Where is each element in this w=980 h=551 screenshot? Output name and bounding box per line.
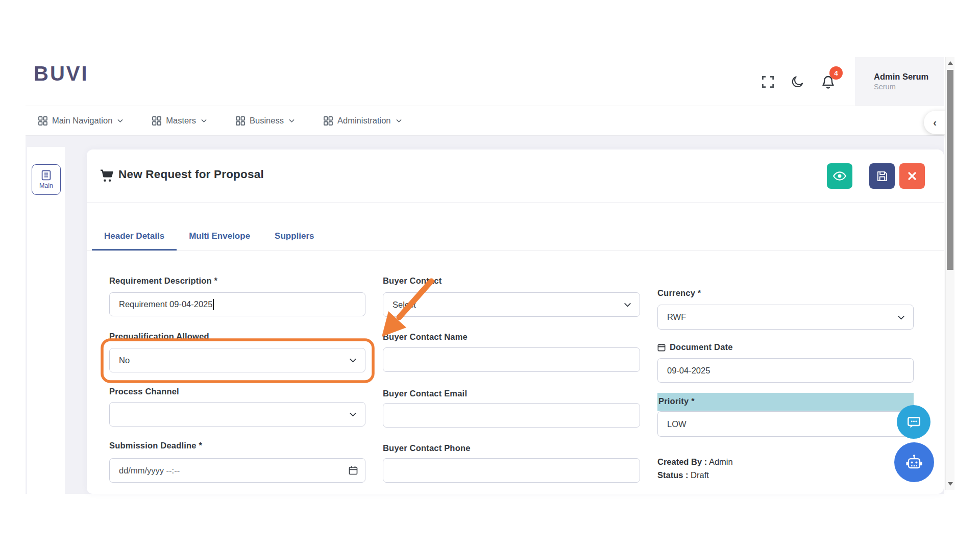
nav-label: Masters (166, 116, 196, 126)
notifications-button[interactable]: 4 (819, 73, 837, 91)
tabs-divider (87, 251, 944, 251)
prequalification-allowed-select[interactable]: No (109, 348, 365, 372)
prequalification-allowed-value: No (119, 356, 130, 365)
created-by-text: Created By : Admin (657, 457, 733, 467)
buyer-contact-label: Buyer Contact (383, 276, 442, 286)
priority-label: Priority * (658, 396, 695, 406)
requirement-description-value: Requirement 09-04-2025 (119, 299, 212, 309)
nav-administration[interactable]: Administration (324, 116, 402, 126)
grid-icon (236, 116, 245, 126)
document-date-value: 09-04-2025 (667, 366, 710, 375)
requirement-description-input[interactable]: Requirement 09-04-2025 (109, 292, 365, 316)
priority-select[interactable]: LOW (657, 411, 914, 437)
chevron-down-icon (349, 410, 357, 419)
chevron-down-icon (396, 117, 402, 124)
left-sidebar (27, 147, 65, 494)
nav-main-navigation[interactable]: Main Navigation (38, 116, 124, 126)
tab-multi-envelope[interactable]: Multi Envelope (177, 223, 262, 251)
process-channel-label: Process Channel (109, 387, 179, 396)
priority-highlight-band (657, 393, 914, 411)
chevron-down-icon (897, 313, 905, 321)
document-icon (41, 170, 52, 181)
nav-label: Business (250, 116, 284, 126)
user-menu[interactable]: Admin Serum Serum (855, 57, 944, 106)
submission-deadline-label: Submission Deadline * (109, 441, 202, 450)
fullscreen-button[interactable] (759, 73, 776, 90)
buyer-contact-email-input[interactable] (383, 403, 640, 428)
buyer-contact-phone-label: Buyer Contact Phone (383, 443, 471, 453)
eye-icon (833, 171, 846, 181)
buyer-contact-value: Select (393, 300, 416, 310)
chat-icon (905, 414, 922, 430)
robot-assistant-button[interactable] (894, 442, 934, 482)
prequalification-allowed-label: Prequalification Allowed (109, 332, 209, 341)
robot-icon (904, 452, 924, 472)
notification-count-badge: 4 (829, 66, 843, 80)
save-button[interactable] (869, 163, 895, 189)
sidebar-item-label: Main (39, 182, 53, 189)
submission-deadline-input[interactable]: dd/mm/yyyy --:-- (109, 458, 365, 483)
buyer-contact-name-label: Buyer Contact Name (383, 332, 468, 342)
scrollbar (945, 57, 954, 490)
rfp-card: New Request for Proposal Header Details … (87, 149, 944, 494)
buyer-contact-phone-input[interactable] (383, 458, 640, 483)
tab-suppliers[interactable]: Suppliers (262, 223, 326, 251)
app-logo: BUVI (34, 62, 89, 85)
scrollbar-up-arrow[interactable] (948, 61, 953, 65)
save-icon (876, 170, 888, 182)
tab-bar: Header Details Multi Envelope Suppliers (92, 223, 327, 251)
scrollbar-down-arrow[interactable] (948, 482, 953, 486)
dark-mode-button[interactable] (789, 73, 806, 90)
buyer-contact-name-input[interactable] (383, 347, 640, 372)
chevron-down-icon (117, 117, 124, 124)
nav-masters[interactable]: Masters (152, 116, 207, 126)
page-title: New Request for Proposal (118, 168, 264, 181)
calendar-picker-icon[interactable] (349, 466, 358, 475)
preview-button[interactable] (827, 163, 852, 189)
currency-select[interactable]: RWF (657, 305, 914, 330)
scrollbar-thumb[interactable] (947, 70, 953, 270)
chat-button[interactable] (897, 405, 930, 439)
grid-icon (152, 116, 161, 126)
chevron-down-icon (201, 117, 207, 124)
cart-icon (100, 169, 114, 184)
buyer-contact-email-label: Buyer Contact Email (383, 389, 467, 398)
main-menu-bar: Main Navigation Masters Business Adminis… (38, 106, 402, 135)
priority-value: LOW (667, 419, 687, 429)
status-text: Status : Draft (657, 470, 709, 480)
calendar-icon (657, 343, 666, 352)
process-channel-select[interactable] (109, 402, 365, 427)
tab-header-details[interactable]: Header Details (92, 223, 177, 251)
buyer-contact-select[interactable]: Select (383, 292, 640, 317)
user-role: Serum (874, 82, 944, 92)
nav-label: Administration (337, 116, 391, 126)
currency-label: Currency * (657, 288, 701, 298)
grid-icon (38, 116, 47, 126)
nav-label: Main Navigation (52, 116, 112, 126)
close-icon (907, 171, 917, 181)
document-date-label: Document Date (657, 342, 733, 352)
sidebar-item-main[interactable]: Main (32, 164, 61, 195)
app-window: BUVI 4 Admin Serum Serum Main Navigation… (0, 0, 980, 551)
text-cursor (213, 299, 214, 310)
moon-icon (791, 75, 804, 89)
document-date-input[interactable]: 09-04-2025 (657, 358, 914, 383)
chevron-down-icon (349, 356, 357, 365)
nav-business[interactable]: Business (236, 116, 295, 126)
chevron-left-icon: ‹ (933, 117, 937, 129)
submission-deadline-placeholder: dd/mm/yyyy --:-- (119, 466, 180, 475)
requirement-description-label: Requirement Description * (109, 276, 217, 286)
user-name: Admin Serum (874, 71, 944, 82)
fullscreen-icon (761, 75, 775, 89)
currency-value: RWF (667, 312, 686, 322)
close-button[interactable] (899, 163, 925, 189)
chevron-down-icon (288, 117, 295, 124)
chevron-down-icon (623, 300, 632, 309)
grid-icon (324, 116, 333, 126)
card-header-divider (87, 202, 944, 203)
collapse-panel-button[interactable]: ‹ (924, 111, 946, 134)
